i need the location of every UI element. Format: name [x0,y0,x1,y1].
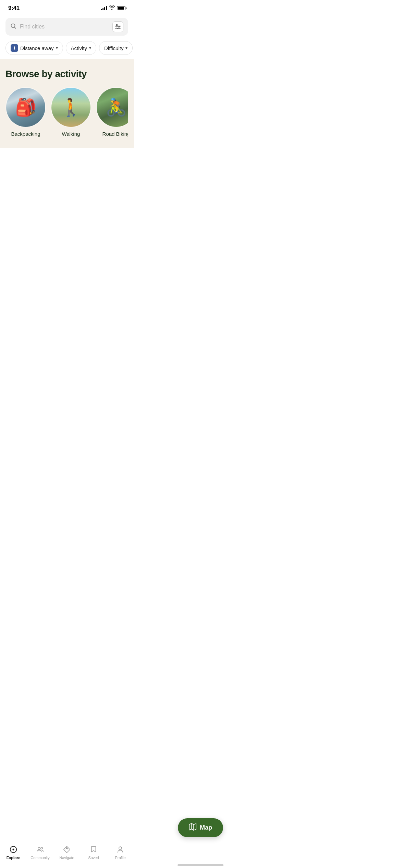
road-biking-image [96,87,128,128]
difficulty-chevron-icon: ▾ [125,46,127,50]
browse-section: Browse by activity Backpacking Walking R… [0,59,134,148]
backpacking-image [5,87,46,128]
filter-button[interactable] [112,21,123,32]
browse-title: Browse by activity [5,69,128,80]
activity-scroll: Backpacking Walking Road Biking Off-road [5,87,128,137]
activity-backpacking[interactable]: Backpacking [5,87,46,137]
activity-road-biking[interactable]: Road Biking [96,87,128,137]
walking-label: Walking [62,131,80,137]
road-biking-label: Road Biking [102,131,128,137]
difficulty-chip-label: Difficulty [104,45,123,51]
svg-point-4 [116,24,118,26]
activity-walking[interactable]: Walking [51,87,91,137]
search-placeholder[interactable]: Find cities [20,24,109,30]
status-time: 9:41 [8,5,20,12]
activity-chip-label: Activity [71,45,87,51]
battery-icon [117,6,125,10]
svg-point-5 [118,26,120,27]
status-icons [101,5,125,11]
walking-image [51,87,91,128]
filter-activity[interactable]: Activity ▾ [66,41,97,55]
filter-difficulty[interactable]: Difficulty ▾ [99,41,133,55]
status-bar: 9:41 [0,0,134,14]
signal-icon [101,6,107,10]
distance-icon [11,44,18,52]
filter-chips: Distance away ▾ Activity ▾ Difficulty ▾ [0,38,134,59]
svg-point-0 [11,24,15,27]
search-container: Find cities [0,14,134,38]
distance-chip-label: Distance away [20,45,54,51]
activity-chevron-icon: ▾ [89,46,91,50]
distance-chevron-icon: ▾ [56,46,58,50]
search-bar[interactable]: Find cities [5,18,128,36]
filter-distance-away[interactable]: Distance away ▾ [5,41,63,55]
svg-point-6 [116,28,118,29]
wifi-icon [109,5,115,11]
search-icon [10,23,16,31]
main-content [0,148,134,285]
backpacking-label: Backpacking [11,131,40,137]
